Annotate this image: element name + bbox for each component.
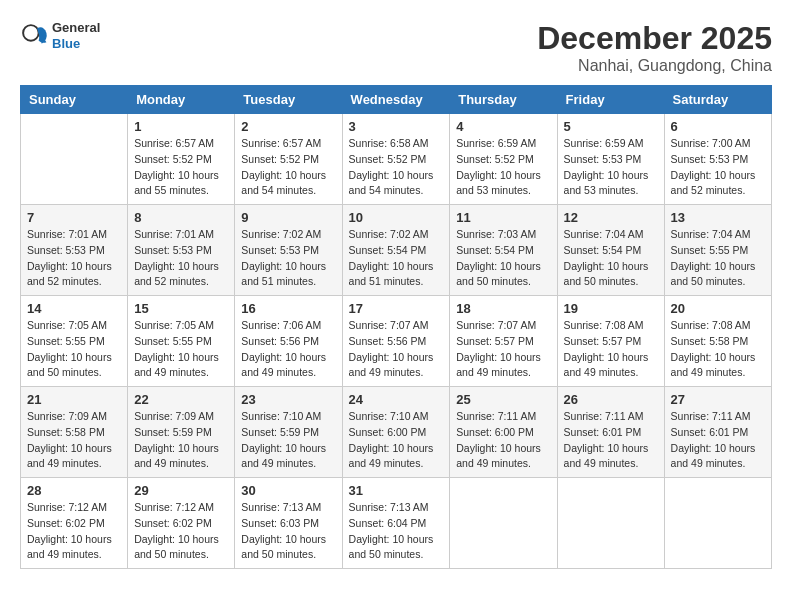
day-info: Sunrise: 7:10 AM Sunset: 5:59 PM Dayligh…: [241, 409, 335, 472]
day-info: Sunrise: 7:04 AM Sunset: 5:55 PM Dayligh…: [671, 227, 765, 290]
calendar-cell: 30Sunrise: 7:13 AM Sunset: 6:03 PM Dayli…: [235, 478, 342, 569]
calendar-cell: 11Sunrise: 7:03 AM Sunset: 5:54 PM Dayli…: [450, 205, 557, 296]
calendar-cell: 31Sunrise: 7:13 AM Sunset: 6:04 PM Dayli…: [342, 478, 450, 569]
day-info: Sunrise: 7:01 AM Sunset: 5:53 PM Dayligh…: [134, 227, 228, 290]
calendar-week-row: 7Sunrise: 7:01 AM Sunset: 5:53 PM Daylig…: [21, 205, 772, 296]
day-number: 7: [27, 210, 121, 225]
day-info: Sunrise: 7:09 AM Sunset: 5:59 PM Dayligh…: [134, 409, 228, 472]
weekday-header: Saturday: [664, 86, 771, 114]
calendar-cell: 28Sunrise: 7:12 AM Sunset: 6:02 PM Dayli…: [21, 478, 128, 569]
day-number: 14: [27, 301, 121, 316]
calendar-cell: 27Sunrise: 7:11 AM Sunset: 6:01 PM Dayli…: [664, 387, 771, 478]
calendar-cell: 29Sunrise: 7:12 AM Sunset: 6:02 PM Dayli…: [128, 478, 235, 569]
day-info: Sunrise: 7:11 AM Sunset: 6:00 PM Dayligh…: [456, 409, 550, 472]
day-info: Sunrise: 7:01 AM Sunset: 5:53 PM Dayligh…: [27, 227, 121, 290]
day-number: 26: [564, 392, 658, 407]
day-number: 5: [564, 119, 658, 134]
calendar-week-row: 1Sunrise: 6:57 AM Sunset: 5:52 PM Daylig…: [21, 114, 772, 205]
calendar-cell: 10Sunrise: 7:02 AM Sunset: 5:54 PM Dayli…: [342, 205, 450, 296]
day-info: Sunrise: 7:08 AM Sunset: 5:57 PM Dayligh…: [564, 318, 658, 381]
calendar-cell: 12Sunrise: 7:04 AM Sunset: 5:54 PM Dayli…: [557, 205, 664, 296]
day-number: 27: [671, 392, 765, 407]
day-info: Sunrise: 7:07 AM Sunset: 5:56 PM Dayligh…: [349, 318, 444, 381]
day-info: Sunrise: 6:57 AM Sunset: 5:52 PM Dayligh…: [134, 136, 228, 199]
day-number: 18: [456, 301, 550, 316]
day-number: 23: [241, 392, 335, 407]
day-number: 1: [134, 119, 228, 134]
day-number: 3: [349, 119, 444, 134]
weekday-header: Wednesday: [342, 86, 450, 114]
calendar-week-row: 14Sunrise: 7:05 AM Sunset: 5:55 PM Dayli…: [21, 296, 772, 387]
day-info: Sunrise: 7:11 AM Sunset: 6:01 PM Dayligh…: [671, 409, 765, 472]
day-info: Sunrise: 7:12 AM Sunset: 6:02 PM Dayligh…: [134, 500, 228, 563]
day-number: 13: [671, 210, 765, 225]
title-area: December 2025 Nanhai, Guangdong, China: [537, 20, 772, 75]
day-info: Sunrise: 7:13 AM Sunset: 6:03 PM Dayligh…: [241, 500, 335, 563]
day-info: Sunrise: 7:11 AM Sunset: 6:01 PM Dayligh…: [564, 409, 658, 472]
logo: General Blue: [20, 20, 100, 51]
calendar-week-row: 28Sunrise: 7:12 AM Sunset: 6:02 PM Dayli…: [21, 478, 772, 569]
page-header: General Blue December 2025 Nanhai, Guang…: [20, 20, 772, 75]
calendar-cell: 9Sunrise: 7:02 AM Sunset: 5:53 PM Daylig…: [235, 205, 342, 296]
calendar-cell: 15Sunrise: 7:05 AM Sunset: 5:55 PM Dayli…: [128, 296, 235, 387]
day-number: 2: [241, 119, 335, 134]
logo-text: General Blue: [52, 20, 100, 51]
day-info: Sunrise: 7:05 AM Sunset: 5:55 PM Dayligh…: [134, 318, 228, 381]
day-number: 11: [456, 210, 550, 225]
day-number: 31: [349, 483, 444, 498]
day-info: Sunrise: 6:59 AM Sunset: 5:53 PM Dayligh…: [564, 136, 658, 199]
calendar-cell: 19Sunrise: 7:08 AM Sunset: 5:57 PM Dayli…: [557, 296, 664, 387]
calendar-cell: [450, 478, 557, 569]
calendar-week-row: 21Sunrise: 7:09 AM Sunset: 5:58 PM Dayli…: [21, 387, 772, 478]
day-number: 16: [241, 301, 335, 316]
calendar-cell: 8Sunrise: 7:01 AM Sunset: 5:53 PM Daylig…: [128, 205, 235, 296]
day-number: 19: [564, 301, 658, 316]
day-info: Sunrise: 7:02 AM Sunset: 5:53 PM Dayligh…: [241, 227, 335, 290]
calendar-cell: 4Sunrise: 6:59 AM Sunset: 5:52 PM Daylig…: [450, 114, 557, 205]
calendar-cell: [21, 114, 128, 205]
day-info: Sunrise: 7:07 AM Sunset: 5:57 PM Dayligh…: [456, 318, 550, 381]
calendar-cell: 17Sunrise: 7:07 AM Sunset: 5:56 PM Dayli…: [342, 296, 450, 387]
day-info: Sunrise: 7:12 AM Sunset: 6:02 PM Dayligh…: [27, 500, 121, 563]
day-number: 8: [134, 210, 228, 225]
day-number: 12: [564, 210, 658, 225]
calendar-cell: 2Sunrise: 6:57 AM Sunset: 5:52 PM Daylig…: [235, 114, 342, 205]
calendar-cell: 18Sunrise: 7:07 AM Sunset: 5:57 PM Dayli…: [450, 296, 557, 387]
day-info: Sunrise: 6:59 AM Sunset: 5:52 PM Dayligh…: [456, 136, 550, 199]
day-number: 9: [241, 210, 335, 225]
location-title: Nanhai, Guangdong, China: [537, 57, 772, 75]
day-info: Sunrise: 7:10 AM Sunset: 6:00 PM Dayligh…: [349, 409, 444, 472]
logo-icon: [20, 22, 48, 50]
calendar-cell: [664, 478, 771, 569]
day-number: 15: [134, 301, 228, 316]
day-info: Sunrise: 7:03 AM Sunset: 5:54 PM Dayligh…: [456, 227, 550, 290]
weekday-header: Sunday: [21, 86, 128, 114]
calendar-cell: 22Sunrise: 7:09 AM Sunset: 5:59 PM Dayli…: [128, 387, 235, 478]
day-info: Sunrise: 7:02 AM Sunset: 5:54 PM Dayligh…: [349, 227, 444, 290]
day-info: Sunrise: 7:06 AM Sunset: 5:56 PM Dayligh…: [241, 318, 335, 381]
day-number: 22: [134, 392, 228, 407]
calendar-cell: 1Sunrise: 6:57 AM Sunset: 5:52 PM Daylig…: [128, 114, 235, 205]
day-number: 28: [27, 483, 121, 498]
calendar-cell: 23Sunrise: 7:10 AM Sunset: 5:59 PM Dayli…: [235, 387, 342, 478]
calendar-cell: 26Sunrise: 7:11 AM Sunset: 6:01 PM Dayli…: [557, 387, 664, 478]
day-info: Sunrise: 7:05 AM Sunset: 5:55 PM Dayligh…: [27, 318, 121, 381]
weekday-header: Monday: [128, 86, 235, 114]
day-info: Sunrise: 7:00 AM Sunset: 5:53 PM Dayligh…: [671, 136, 765, 199]
day-number: 10: [349, 210, 444, 225]
calendar-cell: 25Sunrise: 7:11 AM Sunset: 6:00 PM Dayli…: [450, 387, 557, 478]
day-number: 6: [671, 119, 765, 134]
calendar-cell: 24Sunrise: 7:10 AM Sunset: 6:00 PM Dayli…: [342, 387, 450, 478]
weekday-header: Tuesday: [235, 86, 342, 114]
calendar-cell: 5Sunrise: 6:59 AM Sunset: 5:53 PM Daylig…: [557, 114, 664, 205]
month-title: December 2025: [537, 20, 772, 57]
day-number: 25: [456, 392, 550, 407]
day-info: Sunrise: 7:08 AM Sunset: 5:58 PM Dayligh…: [671, 318, 765, 381]
day-info: Sunrise: 6:57 AM Sunset: 5:52 PM Dayligh…: [241, 136, 335, 199]
calendar-cell: 7Sunrise: 7:01 AM Sunset: 5:53 PM Daylig…: [21, 205, 128, 296]
calendar-cell: 13Sunrise: 7:04 AM Sunset: 5:55 PM Dayli…: [664, 205, 771, 296]
day-info: Sunrise: 7:13 AM Sunset: 6:04 PM Dayligh…: [349, 500, 444, 563]
calendar-cell: 3Sunrise: 6:58 AM Sunset: 5:52 PM Daylig…: [342, 114, 450, 205]
day-number: 4: [456, 119, 550, 134]
day-number: 21: [27, 392, 121, 407]
